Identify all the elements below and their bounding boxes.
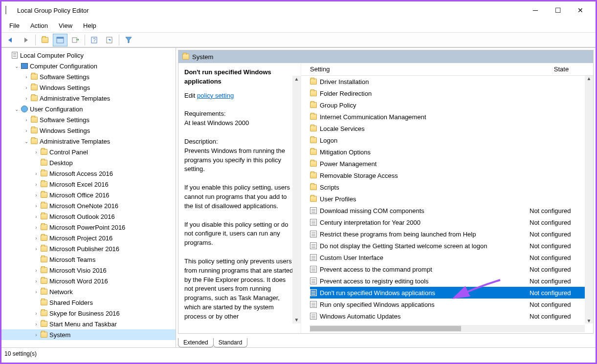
tree-pane[interactable]: Local Computer Policy⌄Computer Configura… <box>1 48 176 347</box>
tab-extended[interactable]: Extended <box>178 338 214 347</box>
setting-label: Internet Communication Management <box>320 113 530 121</box>
expand-toggle[interactable]: › <box>33 332 40 338</box>
tree-item[interactable]: ›Control Panel <box>1 147 176 157</box>
detail-scrollbar[interactable]: ▲▼ <box>292 76 301 323</box>
menu-action[interactable]: Action <box>25 20 53 31</box>
expand-toggle[interactable]: › <box>23 96 30 101</box>
export-button[interactable] <box>68 34 83 46</box>
list-row[interactable]: Mitigation Options <box>310 146 593 158</box>
tree-item[interactable]: ›Microsoft Access 2016 <box>1 168 176 179</box>
list-row[interactable]: Logon <box>310 134 593 146</box>
tree-item[interactable]: ›Microsoft Project 2016 <box>1 233 176 243</box>
tree-item[interactable]: ›Skype for Business 2016 <box>1 308 176 319</box>
expand-toggle[interactable]: › <box>33 246 40 252</box>
expand-toggle[interactable]: › <box>33 225 40 230</box>
list-row[interactable]: Do not display the Getting Started welco… <box>310 240 593 252</box>
forward-button[interactable] <box>19 34 33 46</box>
col-setting[interactable]: Setting <box>310 65 530 73</box>
expand-toggle[interactable]: › <box>23 117 30 123</box>
col-state[interactable]: State <box>530 65 593 73</box>
show-hide-tree-button[interactable] <box>53 34 67 46</box>
folder-icon <box>310 184 320 190</box>
column-header[interactable]: Setting State <box>301 63 593 76</box>
properties-button[interactable] <box>102 34 117 46</box>
tree-item[interactable]: ›Windows Settings <box>1 125 176 136</box>
tree-item[interactable]: ›System <box>1 329 176 340</box>
filter-button[interactable] <box>121 34 136 46</box>
expand-toggle[interactable]: › <box>23 74 30 80</box>
tree-item[interactable]: ⌄Administrative Templates <box>1 136 176 147</box>
expand-toggle[interactable]: › <box>33 150 40 155</box>
edit-policy-link[interactable]: policy setting <box>197 92 234 99</box>
list-row[interactable]: Don't run specified Windows applications… <box>310 287 593 299</box>
tree-item[interactable]: ›Software Settings <box>1 71 176 82</box>
expand-toggle[interactable]: ⌄ <box>23 139 30 144</box>
tree-item[interactable]: ›Microsoft PowerPoint 2016 <box>1 222 176 233</box>
expand-toggle[interactable]: › <box>33 203 40 209</box>
tree-item[interactable]: ›Microsoft Word 2016 <box>1 276 176 286</box>
tree-item[interactable]: Local Computer Policy <box>1 50 176 61</box>
back-button[interactable] <box>3 34 18 46</box>
expand-toggle[interactable]: ⌄ <box>13 64 20 69</box>
expand-toggle[interactable]: › <box>33 193 40 198</box>
tree-item[interactable]: ⌄Computer Configuration <box>1 61 176 71</box>
list-row[interactable]: Driver Installation <box>310 76 593 87</box>
list-row[interactable]: Prevent access to registry editing tools… <box>310 275 593 287</box>
tree-item[interactable]: ⌄User Configuration <box>1 104 176 114</box>
tree-item[interactable]: ›Software Settings <box>1 114 176 125</box>
list-row[interactable]: Restrict these programs from being launc… <box>310 228 593 240</box>
expand-toggle[interactable]: ⌄ <box>13 107 20 112</box>
up-button[interactable] <box>38 34 52 46</box>
tree-item[interactable]: ›Administrative Templates <box>1 93 176 104</box>
expand-toggle[interactable]: › <box>33 182 40 187</box>
expand-toggle[interactable]: › <box>33 289 40 295</box>
horizontal-scrollbar[interactable] <box>310 325 585 332</box>
expand-toggle[interactable]: › <box>33 214 40 219</box>
expand-toggle[interactable]: › <box>33 321 40 327</box>
list-row[interactable]: Scripts <box>310 181 593 193</box>
list-row[interactable]: Locale Services <box>310 123 593 134</box>
expand-toggle[interactable]: › <box>23 128 30 133</box>
list-row[interactable]: Windows Automatic UpdatesNot configured <box>310 310 593 322</box>
tree-item[interactable]: ›Microsoft Visio 2016 <box>1 265 176 276</box>
tree-item[interactable]: Desktop <box>1 157 176 168</box>
tree-item[interactable]: ›Microsoft Publisher 2016 <box>1 243 176 254</box>
expand-toggle[interactable]: › <box>33 236 40 241</box>
close-button[interactable]: ✕ <box>569 2 592 18</box>
list-row[interactable]: Folder Redirection <box>310 87 593 99</box>
expand-toggle[interactable]: › <box>33 171 40 176</box>
list-row[interactable]: Custom User InterfaceNot configured <box>310 252 593 263</box>
tree-item[interactable]: Shared Folders <box>1 297 176 308</box>
list-scrollbar[interactable]: ▲▼ <box>585 76 593 323</box>
tab-standard[interactable]: Standard <box>213 338 248 347</box>
minimize-button[interactable]: ─ <box>524 2 547 18</box>
expand-toggle[interactable]: › <box>33 311 40 316</box>
menu-help[interactable]: Help <box>78 20 101 31</box>
tree-item[interactable]: ›Windows Settings <box>1 82 176 93</box>
list-row[interactable]: Internet Communication Management <box>310 111 593 123</box>
list-row[interactable]: Prevent access to the command promptNot … <box>310 263 593 275</box>
list-row[interactable]: Download missing COM componentsNot confi… <box>310 205 593 216</box>
expand-toggle[interactable]: › <box>33 278 40 284</box>
list-row[interactable]: Removable Storage Access <box>310 170 593 181</box>
list-row[interactable]: User Profiles <box>310 193 593 205</box>
menu-view[interactable]: View <box>54 20 77 31</box>
list-row[interactable]: Power Management <box>310 158 593 170</box>
folder-icon <box>40 299 48 306</box>
tree-item[interactable]: ›Microsoft Office 2016 <box>1 190 176 200</box>
tree-item[interactable]: ›Network <box>1 286 176 297</box>
tree-item[interactable]: Microsoft Teams <box>1 254 176 265</box>
tree-item[interactable]: ›Microsoft OneNote 2016 <box>1 200 176 211</box>
tree-item[interactable]: ›Microsoft Excel 2016 <box>1 179 176 190</box>
list-row[interactable]: Run only specified Windows applicationsN… <box>310 299 593 310</box>
list-row[interactable]: Group Policy <box>310 99 593 111</box>
tree-item[interactable]: ›Start Menu and Taskbar <box>1 319 176 329</box>
expand-toggle[interactable]: › <box>33 268 40 273</box>
maximize-button[interactable]: ☐ <box>547 2 569 18</box>
menu-file[interactable]: File <box>4 20 24 31</box>
tree-item[interactable]: ›Microsoft Outlook 2016 <box>1 211 176 222</box>
expand-toggle[interactable]: › <box>23 85 30 90</box>
list-row[interactable]: Century interpretation for Year 2000Not … <box>310 216 593 228</box>
setting-icon <box>310 289 320 296</box>
help-button[interactable]: ? <box>87 34 102 46</box>
